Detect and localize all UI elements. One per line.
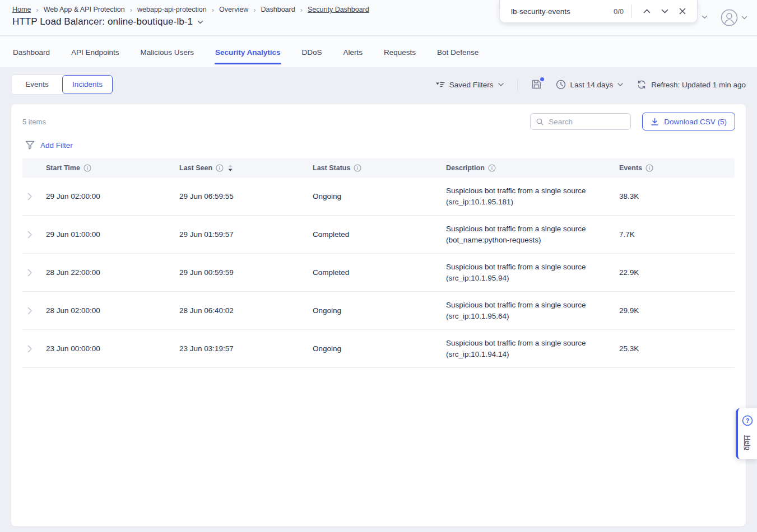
download-icon <box>651 118 659 126</box>
add-filter-label: Add Filter <box>40 141 73 150</box>
breadcrumb-dashboard[interactable]: Dashboard <box>261 6 295 13</box>
time-range-chevron-icon <box>617 83 623 86</box>
unsaved-changes-dot <box>540 77 544 81</box>
cell-last-seen: 29 Jun 01:59:57 <box>179 230 313 239</box>
column-header-last-status[interactable]: Last Status <box>313 164 446 172</box>
download-csv-button[interactable]: Download CSV (5) <box>642 113 735 130</box>
start-time-label: Start Time <box>46 164 80 172</box>
row-expand-chevron-icon[interactable] <box>27 231 32 239</box>
cell-events: 22.9K <box>619 268 735 277</box>
column-header-last-seen[interactable]: Last Seen <box>179 164 313 172</box>
cell-events: 7.7K <box>619 230 735 239</box>
events-label: Events <box>619 164 642 172</box>
cell-description: Suspicious bot traffic from a single sou… <box>446 330 614 367</box>
search-input[interactable] <box>549 118 625 126</box>
cell-description: Suspicious bot traffic from a single sou… <box>446 254 614 291</box>
toolbar-divider <box>517 78 518 91</box>
column-header-description[interactable]: Description <box>446 164 619 172</box>
cell-description: Suspicious bot traffic from a single sou… <box>446 216 614 253</box>
tab-dashboard[interactable]: Dashboard <box>12 36 50 64</box>
table-row[interactable]: 28 Jun 02:00:00 28 Jun 06:40:02 Ongoing … <box>22 292 735 330</box>
tab-api-endpoints[interactable]: API Endpoints <box>71 36 120 64</box>
cell-description: Suspicious bot traffic from a single sou… <box>446 292 614 329</box>
cell-events: 25.3K <box>619 344 735 353</box>
table-row[interactable]: 28 Jun 22:00:00 29 Jun 00:59:59 Complete… <box>22 254 735 292</box>
row-expand-chevron-icon[interactable] <box>27 345 32 353</box>
help-tab[interactable]: ? Help <box>736 408 757 459</box>
table-row[interactable]: 29 Jun 02:00:00 29 Jun 06:59:55 Ongoing … <box>22 178 735 216</box>
row-expand-chevron-icon[interactable] <box>27 307 32 315</box>
info-icon[interactable] <box>488 164 496 172</box>
breadcrumb-separator-icon: › <box>36 6 38 13</box>
cell-start-time: 28 Jun 02:00:00 <box>46 306 179 315</box>
cell-last-seen: 29 Jun 06:59:55 <box>179 192 313 200</box>
breadcrumb-overview[interactable]: Overview <box>219 6 248 13</box>
items-count: 5 items <box>22 118 46 126</box>
find-close-icon[interactable] <box>677 6 688 17</box>
save-filter-button[interactable] <box>531 79 542 90</box>
cell-last-seen: 29 Jun 00:59:59 <box>179 268 313 277</box>
cell-last-seen: 23 Jun 03:19:57 <box>179 344 313 353</box>
tab-alerts[interactable]: Alerts <box>342 36 363 64</box>
user-avatar-icon[interactable] <box>721 9 738 26</box>
table-row[interactable]: 29 Jun 01:00:00 29 Jun 01:59:57 Complete… <box>22 216 735 254</box>
header-collapse-chevron-icon[interactable] <box>702 15 708 19</box>
breadcrumb-separator-icon: › <box>212 6 214 13</box>
tab-security-analytics[interactable]: Security Analytics <box>215 36 281 64</box>
save-icon <box>531 79 542 90</box>
cell-start-time: 29 Jun 02:00:00 <box>46 192 179 200</box>
breadcrumb-namespace[interactable]: webapp-api-protection <box>137 6 207 13</box>
find-match-counter: 0/0 <box>614 7 624 16</box>
cell-last-status: Completed <box>313 268 446 277</box>
user-menu[interactable] <box>721 9 747 26</box>
funnel-icon <box>25 141 35 150</box>
row-expand-chevron-icon[interactable] <box>27 193 32 200</box>
tab-ddos[interactable]: DDoS <box>301 36 322 64</box>
info-icon[interactable] <box>216 164 224 172</box>
help-label: Help <box>744 435 752 450</box>
column-header-events[interactable]: Events <box>619 164 735 172</box>
tab-bot-defense[interactable]: Bot Defense <box>436 36 479 64</box>
table-search[interactable] <box>530 113 631 130</box>
breadcrumb-separator-icon: › <box>253 6 256 13</box>
time-range-label: Last 14 days <box>570 81 614 89</box>
cell-events: 38.3K <box>619 192 735 200</box>
table-row[interactable]: 23 Jun 00:00:00 23 Jun 03:19:57 Ongoing … <box>22 330 735 368</box>
saved-filters-dropdown[interactable]: Saved Filters <box>435 81 504 89</box>
row-expand-chevron-icon[interactable] <box>27 269 32 277</box>
help-icon: ? <box>742 415 753 426</box>
breadcrumb-separator-icon: › <box>130 6 132 13</box>
tab-malicious-users[interactable]: Malicious Users <box>140 36 194 64</box>
page-title: HTTP Load Balancer: online-boutique-lb-1 <box>12 16 193 27</box>
title-chevron-down-icon[interactable] <box>197 20 203 24</box>
svg-text:?: ? <box>746 417 750 424</box>
breadcrumb-security-dashboard[interactable]: Security Dashboard <box>308 6 369 13</box>
saved-filters-icon <box>435 81 445 88</box>
find-query-input[interactable]: lb-security-events <box>511 7 614 16</box>
refresh-status-label: Refresh: Updated 1 min ago <box>651 81 746 89</box>
info-icon[interactable] <box>354 164 361 172</box>
find-previous-icon[interactable] <box>641 6 652 17</box>
sort-descending-icon[interactable] <box>228 165 233 171</box>
info-icon[interactable] <box>83 164 91 172</box>
add-filter-button[interactable]: Add Filter <box>25 141 735 150</box>
user-menu-chevron-icon[interactable] <box>741 16 747 20</box>
description-label: Description <box>446 164 485 172</box>
time-range-dropdown[interactable]: Last 14 days <box>556 80 624 90</box>
find-bar: lb-security-events 0/0 <box>499 0 698 23</box>
app-header: Home › Web App & API Protection › webapp… <box>0 0 757 36</box>
cell-start-time: 23 Jun 00:00:00 <box>46 344 179 353</box>
view-toggle-events[interactable]: Events <box>12 75 62 94</box>
cell-last-status: Ongoing <box>313 344 446 353</box>
tab-requests[interactable]: Requests <box>383 36 416 64</box>
table-header-row: Start Time Last Seen Last Status Descrip… <box>22 158 735 178</box>
breadcrumb-waap[interactable]: Web App & API Protection <box>44 6 125 13</box>
refresh-button[interactable]: Refresh: Updated 1 min ago <box>637 80 746 90</box>
find-bar-divider <box>631 4 632 18</box>
find-next-icon[interactable] <box>659 6 670 17</box>
breadcrumb-home[interactable]: Home <box>12 6 31 13</box>
info-icon[interactable] <box>645 164 653 172</box>
column-header-start-time[interactable]: Start Time <box>46 164 179 172</box>
incidents-table: Start Time Last Seen Last Status Descrip… <box>22 158 735 368</box>
view-toggle-incidents[interactable]: Incidents <box>62 75 113 94</box>
